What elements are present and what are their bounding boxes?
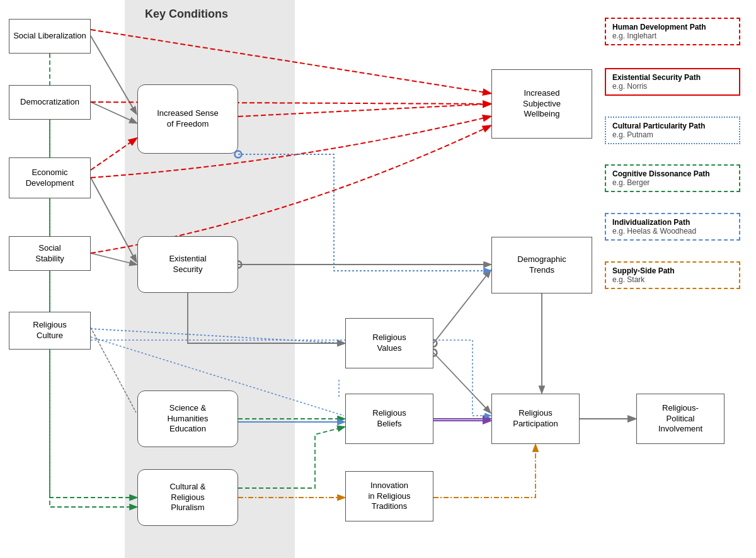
legend-existential-security: Existential Security Path e.g. Norris (605, 68, 740, 96)
legend-individualization: Individualization Path e.g. Heelas & Woo… (605, 213, 740, 241)
node-religious-political: Religious-PoliticalInvolvement (636, 394, 724, 444)
node-demographic-trends: DemographicTrends (491, 237, 592, 293)
node-religious-culture: ReligiousCulture (9, 312, 91, 350)
node-religious-beliefs: ReligiousBeliefs (345, 394, 433, 444)
node-religious-participation: ReligiousParticipation (491, 394, 580, 444)
legend-supply-side: Supply-Side Path e.g. Stark (605, 261, 740, 289)
node-religious-values: ReligiousValues (345, 318, 433, 368)
diagram-container: Key Conditions (0, 0, 756, 558)
node-cultural-pluralism: Cultural &ReligiousPluralism (137, 469, 238, 526)
node-social-liberalization: Social Liberalization (9, 19, 91, 54)
legend-cultural-particularity: Cultural Particularity Path e.g. Putnam (605, 117, 740, 144)
node-science-education: Science &HumanitiesEducation (137, 390, 238, 447)
node-increased-wellbeing: IncreasedSubjectiveWellbeing (491, 69, 592, 139)
svg-line-16 (433, 353, 490, 413)
node-democratization: Democratization (9, 85, 91, 120)
node-existential-security: ExistentialSecurity (137, 236, 238, 293)
node-increased-freedom: Increased Senseof Freedom (137, 84, 238, 154)
key-conditions-label: Key Conditions (145, 8, 228, 21)
node-innovation-traditions: Innovationin ReligiousTraditions (345, 471, 433, 521)
node-economic-development: EconomicDevelopment (9, 157, 91, 198)
node-social-stability: SocialStability (9, 236, 91, 271)
legend-human-development: Human Development Path e.g. Inglehart (605, 18, 740, 45)
legend-cognitive-dissonance: Cognitive Dissonance Path e.g. Berger (605, 164, 740, 192)
svg-line-15 (433, 271, 490, 343)
